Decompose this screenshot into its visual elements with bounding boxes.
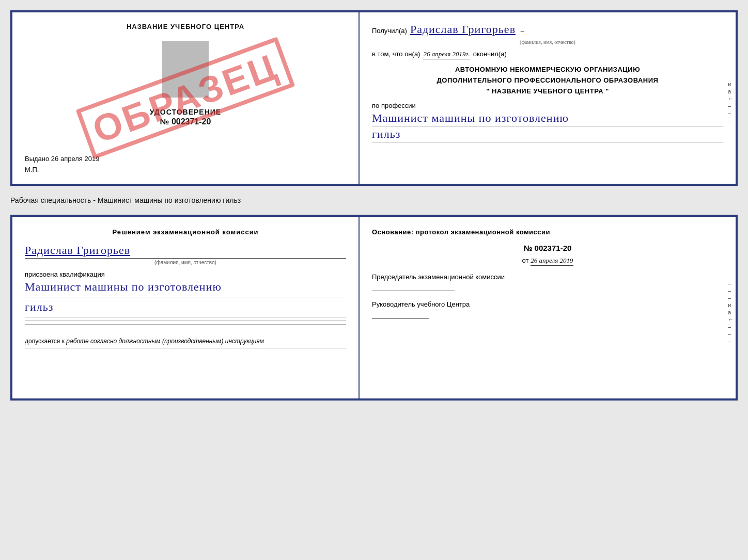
horiz-line-3 [25,321,346,321]
protocol-date: 26 апреля 2019 [531,257,573,266]
horiz-line-5 [25,328,346,328]
rukovoditel-signature-line [372,312,429,319]
photo-placeholder [162,41,209,98]
org-block: АВТОНОМНУЮ НЕКОММЕРЧЕСКУЮ ОРГАНИЗАЦИЮ ДО… [372,65,723,97]
horiz-line-2 [25,317,346,317]
bottom-recipient-name: Радислав Григорьев [25,244,130,257]
between-label: Рабочая специальность - Машинист машины … [10,194,738,206]
bottom-document: Решением экзаменационной комиссии Радисл… [10,215,738,401]
completion-date: 26 апреля 2019г. [423,50,470,59]
profession-line1: Машинист машины по изготовлению [372,111,723,125]
top-left-title: НАЗВАНИЕ УЧЕБНОГО ЦЕНТРА [127,23,244,30]
okonchil-label: окончил(а) [473,50,507,58]
vtom-line: в том, что он(а) 26 апреля 2019г. окончи… [372,50,723,59]
reshenie-title: Решением экзаменационной комиссии [25,227,346,237]
poluchil-label: Получил(а) [372,27,407,35]
bottom-name-block: Радислав Григорьев (фамилия, имя, отчест… [25,244,346,265]
dash-separator: – [519,27,524,35]
dopuskaetsya-label: допускается к [25,338,65,345]
top-document: НАЗВАНИЕ УЧЕБНОГО ЦЕНТРА УДОСТОВЕРЕНИЕ №… [10,10,738,186]
org-line3: " НАЗВАНИЕ УЧЕБНОГО ЦЕНТРА " [372,86,723,97]
org-line1: АВТОНОМНУЮ НЕКОММЕРЧЕСКУЮ ОРГАНИЗАЦИЮ [372,65,723,75]
horiz-line-1 [25,297,346,297]
predsedatel-label: Председатель экзаменационной комиссии [372,272,723,282]
vtom-label: в том, что он(а) [372,50,420,58]
bottom-qualification-line1: Машинист машины по изготовлению [25,280,346,294]
predsedatel-signature-line [372,284,455,291]
vydano-line: Выдано 26 апреля 2019 [25,155,99,163]
rukovoditel-label: Руководитель учебного Центра [372,299,723,310]
name-subtitle: (фамилия, имя, отчество) [372,39,723,45]
bottom-qualification-line2: гильз [25,300,346,314]
bottom-doc-right: Основание: протокол экзаменационной коми… [360,217,736,398]
side-letters-top: и а ← – – – [728,81,734,123]
horiz-line-bottom [25,348,346,348]
bottom-doc-left: Решением экзаменационной комиссии Радисл… [12,217,360,398]
dopuskaetsya-text: работе согласно должностным (производств… [66,338,264,345]
bottom-name-subtitle: (фамилия, имя, отчество) [25,260,346,265]
osnov-title: Основание: протокол экзаменационной коми… [372,227,723,237]
predsedatel-block: Председатель экзаменационной комиссии [372,272,723,292]
document-container: НАЗВАНИЕ УЧЕБНОГО ЦЕНТРА УДОСТОВЕРЕНИЕ №… [10,10,738,401]
mp-line: М.П. [25,166,39,173]
ot-date-line: от 26 апреля 2019 [372,257,723,266]
profession-line2: гильз [372,127,723,141]
rukovoditel-block: Руководитель учебного Центра [372,299,723,319]
prisvoena-label: присвоена квалификация [25,270,346,278]
protocol-number: № 002371-20 [372,244,723,252]
name-underline [25,258,346,259]
udostoverenie-label: УДОСТОВЕРЕНИЕ [150,108,221,116]
org-line2: ДОПОЛНИТЕЛЬНОГО ПРОФЕССИОНАЛЬНОГО ОБРАЗО… [372,75,723,86]
udostoverenie-block: УДОСТОВЕРЕНИЕ № 002371-20 [150,108,221,126]
po-professii-label: по профессии [372,102,723,109]
dopuskaetsya-block: допускается к работе согласно должностны… [25,338,346,345]
recipient-name: Радислав Григорьев [410,23,516,36]
udostoverenie-number: № 002371-20 [150,117,221,126]
side-letters-bottom: – – – и а ← – – – [728,280,734,344]
poluchil-line: Получил(а) Радислав Григорьев – [372,23,723,36]
top-doc-left: НАЗВАНИЕ УЧЕБНОГО ЦЕНТРА УДОСТОВЕРЕНИЕ №… [12,12,360,184]
top-doc-right: Получил(а) Радислав Григорьев – (фамилия… [360,12,736,184]
ot-label: от [522,257,528,264]
horiz-line-4 [25,324,346,325]
